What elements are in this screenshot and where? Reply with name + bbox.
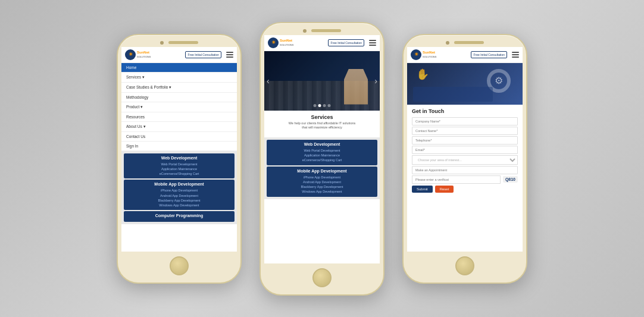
center-mobile-dev-title: Mobile App Development [270, 169, 374, 173]
left-web-dev-card: Web Development Web Portal Development A… [124, 153, 235, 179]
right-screen-content: ☀ SunNet SOLUTIONS Free Initial Consulta… [407, 47, 523, 252]
telephone-field[interactable] [412, 136, 518, 145]
right-speaker [454, 41, 484, 44]
left-camera [160, 41, 164, 45]
right-phone-bottom [404, 252, 526, 283]
nav-item-contact[interactable]: Contact Us [121, 132, 237, 142]
left-logo-icon: ☀ [125, 49, 136, 60]
nav-item-product[interactable]: Product ▾ [121, 102, 237, 112]
left-web-dev-title: Web Development [127, 156, 231, 160]
nav-item-signin[interactable]: Sign In [121, 142, 237, 151]
captcha-input[interactable] [412, 175, 501, 184]
center-logo-text: SunNet SOLUTIONS [280, 39, 293, 46]
nav-item-home[interactable]: Home [121, 63, 237, 73]
nav-item-methodology[interactable]: Methodology [121, 93, 237, 102]
right-hamburger[interactable] [512, 52, 519, 58]
right-header: ☀ SunNet SOLUTIONS Free Initial Consulta… [407, 47, 523, 63]
reset-button[interactable]: Reset [435, 186, 454, 193]
captcha-code: Q810 [503, 176, 518, 183]
center-web-dev-title: Web Development [270, 142, 374, 146]
left-hamburger[interactable] [226, 52, 233, 58]
left-nav-menu: Home Services ▾ Case Studies & Portfolio… [121, 63, 237, 151]
left-logo-text: SunNet SOLUTIONS [137, 51, 151, 58]
get-in-touch-title: Get in Touch [412, 108, 518, 114]
hero-dot-2[interactable] [318, 104, 321, 107]
right-camera [446, 41, 449, 45]
center-phone-bottom [261, 263, 383, 294]
hero-dot-1[interactable] [314, 104, 317, 107]
left-services-area: Web Development Web Portal Development A… [121, 151, 237, 225]
right-hero-hand-icon: ✋ [416, 68, 429, 81]
hero-dots [314, 104, 331, 107]
services-section: Services We help our clients find afford… [264, 111, 380, 137]
nav-item-case-studies[interactable]: Case Studies & Portfolio ▾ [121, 83, 237, 93]
get-in-touch-form: Get in Touch Choose your area of interes… [407, 105, 523, 196]
right-home-button[interactable] [455, 256, 474, 275]
hero-dot-4[interactable] [328, 104, 331, 107]
center-screen: ☀ SunNet SOLUTIONS Free Initial Consulta… [264, 35, 380, 263]
hero-next-arrow[interactable]: › [374, 76, 377, 86]
center-header: ☀ SunNet SOLUTIONS Free Initial Consulta… [264, 35, 380, 51]
center-services-area: Web Development Web Portal Development A… [264, 137, 380, 199]
center-consultation-btn[interactable]: Free Initial Consultation [328, 39, 364, 46]
hero-dot-3[interactable] [323, 104, 326, 107]
services-title: Services [269, 114, 375, 120]
left-computer-prog-card: Computer Programming [124, 211, 235, 222]
left-screen: ☀ SunNet SOLUTIONS Free Initial Consulta… [121, 47, 237, 252]
left-mobile-dev-card: Mobile App Development iPhone App Develo… [124, 180, 235, 210]
left-side-button[interactable] [240, 83, 242, 106]
submit-button[interactable]: Submit [412, 186, 433, 193]
center-screen-content: ☀ SunNet SOLUTIONS Free Initial Consulta… [264, 35, 380, 263]
left-logo: ☀ SunNet SOLUTIONS [125, 49, 151, 60]
area-of-interest-select[interactable]: Choose your area of interest... [412, 155, 518, 165]
right-phone: ☀ SunNet SOLUTIONS Free Initial Consulta… [402, 34, 527, 284]
right-screen: ☀ SunNet SOLUTIONS Free Initial Consulta… [407, 47, 523, 252]
center-camera [303, 29, 307, 33]
right-side-button[interactable] [526, 83, 527, 106]
center-hamburger[interactable] [369, 40, 376, 46]
nav-item-services[interactable]: Services ▾ [121, 73, 237, 83]
company-name-field[interactable] [412, 117, 518, 125]
center-side-button[interactable] [383, 71, 384, 95]
contact-name-field[interactable] [412, 127, 518, 135]
hero-slider: ComputerProgramming ‹ › [264, 51, 380, 111]
services-subtitle: We help our clients find affordable IT s… [269, 121, 375, 130]
left-phone: ☀ SunNet SOLUTIONS Free Initial Consulta… [117, 34, 242, 284]
phones-container: ☀ SunNet SOLUTIONS Free Initial Consulta… [0, 0, 644, 317]
left-speaker [168, 41, 198, 44]
email-field[interactable] [412, 146, 518, 154]
appointment-field[interactable] [412, 166, 518, 174]
center-mobile-dev-card: Mobile App Development iPhone App Develo… [267, 167, 377, 197]
nav-item-about[interactable]: About Us ▾ [121, 122, 237, 132]
center-logo: ☀ SunNet SOLUTIONS [268, 37, 293, 48]
center-web-dev-card: Web Development Web Portal Development A… [267, 140, 377, 165]
left-mobile-dev-title: Mobile App Development [127, 182, 231, 186]
captcha-row: Q810 [412, 175, 518, 184]
left-computer-prog-title: Computer Programming [127, 214, 231, 218]
right-phone-top [404, 35, 526, 47]
center-speaker [311, 29, 341, 32]
right-logo: ☀ SunNet SOLUTIONS [411, 49, 436, 60]
right-logo-icon: ☀ [411, 49, 421, 60]
hero-prev-arrow[interactable]: ‹ [267, 76, 270, 86]
left-header: ☀ SunNet SOLUTIONS Free Initial Consulta… [121, 47, 237, 63]
left-screen-content: ☀ SunNet SOLUTIONS Free Initial Consulta… [121, 47, 237, 252]
center-logo-icon: ☀ [268, 37, 279, 48]
hero-hand-visual [344, 69, 368, 105]
right-consultation-btn[interactable]: Free Initial Consultation [471, 51, 507, 58]
center-home-button[interactable] [312, 268, 332, 287]
left-consultation-btn[interactable]: Free Initial Consultation [185, 51, 221, 58]
nav-item-resources[interactable]: Resources [121, 112, 237, 122]
right-hero-bar-accent [413, 87, 493, 102]
left-phone-bottom [118, 252, 240, 283]
form-buttons: Submit Reset [412, 186, 518, 193]
left-home-button[interactable] [170, 256, 189, 275]
right-hero-image: ⚙ ✋ [407, 63, 523, 105]
hero-background [264, 51, 380, 111]
left-phone-top [118, 35, 240, 47]
center-phone: ☀ SunNet SOLUTIONS Free Initial Consulta… [260, 22, 384, 296]
center-phone-top [261, 23, 383, 35]
right-logo-text: SunNet SOLUTIONS [423, 51, 436, 58]
